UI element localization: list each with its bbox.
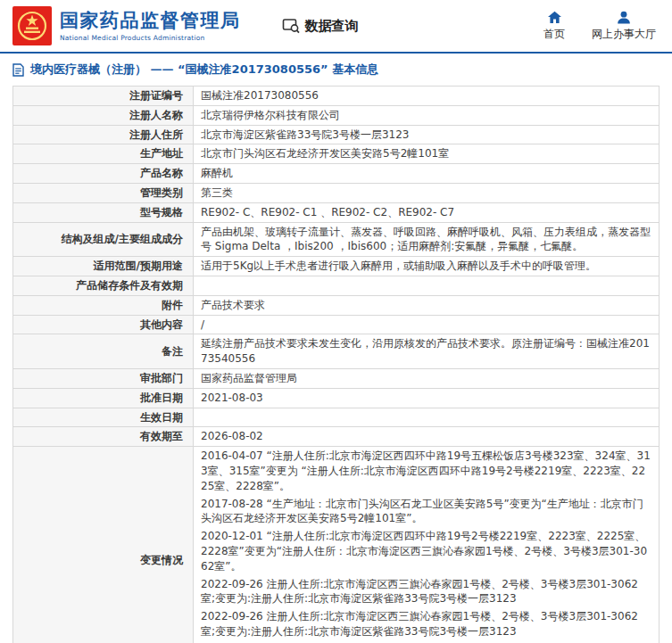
field-value: 延续注册产品技术要求未发生变化，沿用原核发的产品技术要求。原注册证编号：国械注准…: [194, 334, 660, 369]
field-value: 国家药品监督管理局: [194, 368, 660, 388]
field-value: 北京市门头沟区石龙经济开发区美安路5号2幢101室: [194, 144, 660, 164]
table-row: 批准日期2021-08-03: [13, 388, 660, 408]
breadcrumb-text: 境内医疗器械（注册） —— “国械注准20173080556” 基本信息: [30, 62, 378, 78]
data-query-button[interactable]: 数据查询: [282, 18, 359, 35]
field-value: [194, 408, 660, 427]
home-icon: [547, 11, 562, 24]
field-label: 管理类别: [13, 183, 194, 202]
field-label: 有效期至: [13, 427, 194, 447]
data-search-icon: [282, 18, 300, 34]
change-record-line: 2022-09-26 注册人住所:北京市海淀区西三旗沁春家园1号楼、2号楼、3号…: [201, 609, 651, 639]
table-row: 产品名称麻醉机: [13, 164, 660, 184]
header: 国家药品监督管理局 National Medical Products Admi…: [0, 0, 672, 52]
table-row: 备注延续注册产品技术要求未发生变化，沿用原核发的产品技术要求。原注册证编号：国械…: [13, 334, 660, 369]
table-row: 生产地址北京市门头沟区石龙经济开发区美安路5号2幢101室: [13, 144, 660, 164]
change-record-line: 2016-04-07 “注册人住所:北京市海淀区西四环中路19号五棵松饭店3号楼…: [201, 449, 651, 493]
info-table-body: 注册证编号国械注准20173080556注册人名称北京瑞得伊格尔科技有限公司注册…: [13, 87, 660, 643]
change-record-line: 2020-12-01 “注册人住所:北京市海淀区西四环中路19号2号楼2219室…: [201, 529, 651, 573]
field-label: 产品名称: [13, 164, 194, 184]
field-label: 备注: [13, 334, 194, 369]
field-label: 注册人住所: [13, 125, 194, 144]
table-row: 适用范围/预期用途适用于5Kg以上手术患者进行吸入麻醉用，或辅助吸入麻醉以及手术…: [13, 257, 660, 276]
table-row: 注册人住所北京市海淀区紫雀路33号院3号楼一层3123: [13, 125, 660, 144]
field-value: 2016-04-07 “注册人住所:北京市海淀区西四环中路19号五棵松饭店3号楼…: [194, 447, 660, 643]
table-row: 管理类别第三类: [13, 183, 660, 202]
header-nav: 首页 网上办事大厅: [543, 11, 656, 42]
field-value: 2021-08-03: [194, 388, 660, 408]
field-label: 生效日期: [13, 408, 194, 427]
nav-home-link[interactable]: 首页: [543, 11, 565, 42]
table-row: 注册证编号国械注准20173080556: [13, 87, 660, 106]
field-label: 生产地址: [13, 144, 194, 164]
table-row: 产品储存条件及有效期: [13, 276, 660, 295]
field-value: 适用于5Kg以上手术患者进行吸入麻醉用，或辅助吸入麻醉以及手术中的呼吸管理。: [194, 257, 660, 276]
field-value: 第三类: [194, 183, 660, 202]
field-label: 审批部门: [13, 368, 194, 388]
breadcrumb: 境内医疗器械（注册） —— “国械注准20173080556” 基本信息: [0, 54, 672, 84]
field-label: 结构及组成/主要组成成分: [13, 222, 194, 257]
table-row: 变更情况2016-04-07 “注册人住所:北京市海淀区西四环中路19号五棵松饭…: [13, 447, 660, 643]
agency-name-cn: 国家药品监督管理局: [60, 10, 241, 31]
field-value: 麻醉机: [194, 164, 660, 184]
field-label: 适用范围/预期用途: [13, 257, 194, 276]
field-label: 产品储存条件及有效期: [13, 276, 194, 295]
nav-service-hall-link[interactable]: 网上办事大厅: [592, 11, 656, 42]
table-row: 附件产品技术要求: [13, 295, 660, 315]
change-record-line: 2017-08-28 “生产地址：北京市门头沟区石龙工业区美安路5号”变更为“生…: [201, 497, 651, 527]
field-label: 批准日期: [13, 388, 194, 408]
table-row: 审批部门国家药品监督管理局: [13, 368, 660, 388]
nav-home-label: 首页: [543, 27, 565, 42]
agency-name-en: National Medical Products Administration: [60, 34, 241, 42]
table-row: 注册人名称北京瑞得伊格尔科技有限公司: [13, 105, 660, 125]
table-row: 型号规格RE902- C、RE902- C1 、RE902- C2、RE902-…: [13, 202, 660, 222]
field-label: 注册人名称: [13, 105, 194, 125]
table-row: 结构及组成/主要组成成分产品由机架、玻璃转子流量计、蒸发器、呼吸回路、麻醉呼吸机…: [13, 222, 660, 257]
brand-text: 国家药品监督管理局 National Medical Products Admi…: [60, 10, 241, 41]
field-value: 产品技术要求: [194, 295, 660, 315]
field-value: /: [194, 315, 660, 334]
national-emblem-logo: [12, 6, 52, 45]
document-icon: [12, 63, 24, 77]
field-value: 产品由机架、玻璃转子流量计、蒸发器、呼吸回路、麻醉呼吸机、风箱、压力表组成，蒸发…: [194, 222, 660, 257]
table-row: 生效日期: [13, 408, 660, 427]
field-value: 2026-08-02: [194, 427, 660, 447]
brand: 国家药品监督管理局 National Medical Products Admi…: [12, 6, 241, 45]
field-value: 国械注准20173080556: [194, 87, 660, 106]
person-icon: [617, 11, 631, 24]
registration-info-table: 注册证编号国械注准20173080556注册人名称北京瑞得伊格尔科技有限公司注册…: [12, 86, 660, 643]
nav-service-hall-label: 网上办事大厅: [592, 27, 656, 42]
field-value: 北京瑞得伊格尔科技有限公司: [194, 105, 660, 125]
field-value: RE902- C、RE902- C1 、RE902- C2、RE902- C7: [194, 202, 660, 222]
data-query-label: 数据查询: [305, 18, 359, 35]
change-record-line: 2022-09-26 注册人住所:北京市海淀区西三旗沁春家园1号楼、2号楼、3号…: [201, 577, 651, 607]
field-label: 注册证编号: [13, 87, 194, 106]
field-label: 型号规格: [13, 202, 194, 222]
field-value: [194, 276, 660, 295]
field-label: 其他内容: [13, 315, 194, 334]
table-row: 有效期至2026-08-02: [13, 427, 660, 447]
field-value: 北京市海淀区紫雀路33号院3号楼一层3123: [194, 125, 660, 144]
field-label: 变更情况: [13, 447, 194, 643]
table-row: 其他内容/: [13, 315, 660, 334]
field-label: 附件: [13, 295, 194, 315]
